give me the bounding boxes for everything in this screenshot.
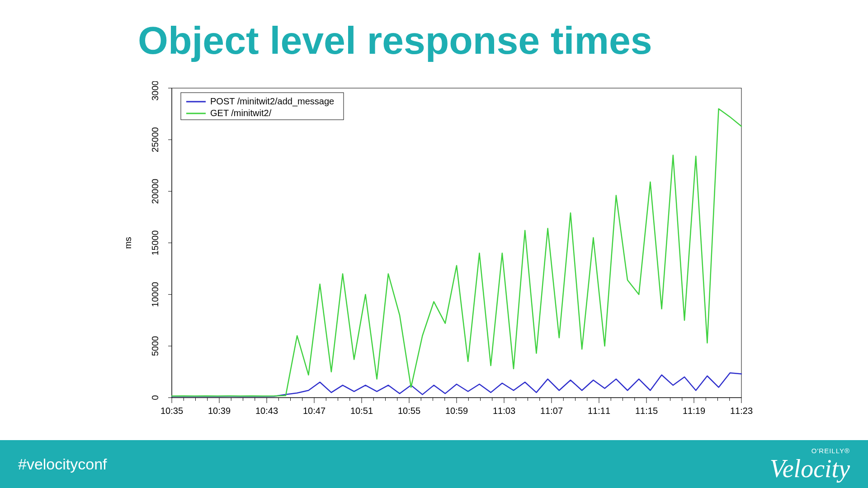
- x-tick-label: 10:43: [255, 406, 278, 416]
- y-tick-label: 20000: [150, 179, 160, 204]
- x-tick-label: 11:07: [540, 406, 563, 416]
- chart: 050001000015000200002500030000ms10:3510:…: [122, 81, 755, 434]
- chart-svg: 050001000015000200002500030000ms10:3510:…: [122, 81, 755, 434]
- legend-label: POST /minitwit2/add_message: [210, 96, 334, 107]
- slide: Object level response times 050001000015…: [0, 0, 868, 488]
- y-tick-label: 25000: [150, 127, 160, 152]
- x-tick-label: 10:35: [160, 406, 183, 416]
- footer-hashtag: #velocityconf: [18, 455, 107, 473]
- y-tick-label: 30000: [150, 81, 160, 101]
- y-tick-label: 5000: [150, 336, 160, 357]
- x-tick-label: 10:47: [303, 406, 326, 416]
- footer-bar: #velocityconf O'REILLY® Velocity: [0, 440, 868, 488]
- brand-oreilly: O'REILLY®: [770, 447, 850, 454]
- y-tick-label: 10000: [150, 282, 160, 307]
- series-get-line: [172, 109, 741, 396]
- slide-title: Object level response times: [138, 18, 652, 63]
- x-tick-label: 11:11: [588, 406, 610, 416]
- x-tick-label: 10:51: [350, 406, 373, 416]
- legend-label: GET /minitwit2/: [210, 108, 272, 118]
- y-tick-label: 15000: [150, 230, 160, 256]
- x-tick-label: 11:23: [730, 406, 753, 416]
- x-tick-label: 11:15: [635, 406, 658, 416]
- x-tick-label: 10:39: [208, 406, 231, 416]
- x-tick-label: 11:03: [493, 406, 515, 416]
- x-tick-label: 11:19: [683, 406, 705, 416]
- y-axis-label: ms: [123, 237, 133, 249]
- x-tick-label: 10:59: [445, 406, 468, 416]
- series-post-line: [172, 373, 741, 396]
- brand-velocity: Velocity: [770, 456, 850, 481]
- y-tick-label: 0: [150, 395, 160, 400]
- footer-brand: O'REILLY® Velocity: [770, 447, 850, 481]
- x-tick-label: 10:55: [398, 406, 420, 416]
